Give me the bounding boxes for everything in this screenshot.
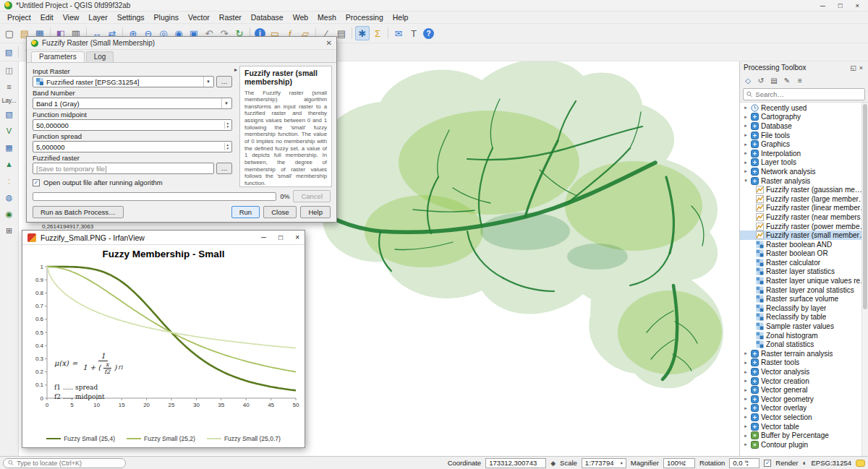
- add-wms-layer-icon[interactable]: ◉: [3, 207, 16, 220]
- menu-help[interactable]: Help: [388, 12, 413, 22]
- render-checkbox[interactable]: ✓: [764, 460, 771, 467]
- toolbox-item-fuzzify-raster-linear-membership[interactable]: Fuzzify raster (linear membership): [740, 204, 868, 213]
- data-source-manager-icon[interactable]: ▧: [3, 108, 16, 121]
- chevron-right-icon[interactable]: ▸: [743, 142, 749, 147]
- statistical-summary-icon[interactable]: Σ: [370, 26, 385, 40]
- locate-box[interactable]: [3, 458, 126, 468]
- chevron-right-icon[interactable]: ▸: [743, 378, 749, 384]
- toolbox-item-raster-boolean-and[interactable]: Raster boolean AND: [740, 240, 868, 249]
- toolbox-item-sample-raster-values[interactable]: Sample raster values: [740, 322, 868, 331]
- history-icon[interactable]: ↺: [755, 75, 767, 87]
- cancel-button[interactable]: Cancel: [293, 190, 331, 202]
- browser-panel-icon[interactable]: ◫: [3, 64, 16, 77]
- chevron-right-icon[interactable]: ▸: [743, 396, 749, 402]
- add-delimited-text-icon[interactable]: :: [3, 174, 16, 187]
- chevron-right-icon[interactable]: ▸: [743, 387, 749, 393]
- chevron-right-icon[interactable]: ▸: [743, 423, 749, 429]
- locate-input[interactable]: [17, 460, 121, 467]
- help-button[interactable]: Help: [300, 206, 331, 218]
- toolbox-item-file-tools[interactable]: ▸File tools: [740, 131, 868, 140]
- toolbox-item-raster-layer-zonal-statistics[interactable]: Raster layer zonal statistics: [740, 285, 868, 295]
- toolbox-item-layer-tools[interactable]: ▸Layer tools: [740, 158, 868, 168]
- data-source-manager-icon[interactable]: ▧: [2, 46, 15, 59]
- scale-combo[interactable]: 1:773794▾: [582, 458, 626, 468]
- function-spread-spinbox[interactable]: 5,000000 ▴▾: [33, 141, 232, 152]
- spinner-buttons[interactable]: ▴▾: [224, 121, 229, 129]
- toolbox-item-raster-boolean-or[interactable]: Raster boolean OR: [740, 249, 868, 259]
- toolbox-item-raster-layer-statistics[interactable]: Raster layer statistics: [740, 267, 868, 277]
- chevron-right-icon[interactable]: ▸: [743, 132, 749, 138]
- toolbox-item-fuzzify-raster-gaussian-membership[interactable]: Fuzzify raster (gaussian membership): [740, 185, 868, 194]
- toolbox-item-cartography[interactable]: ▸Cartography: [740, 113, 868, 122]
- chevron-right-icon[interactable]: ▸: [743, 433, 749, 439]
- float-panel-icon[interactable]: ◱: [848, 64, 858, 72]
- help-panel-splitter[interactable]: ▸: [232, 66, 239, 187]
- chevron-right-icon[interactable]: ▸: [743, 360, 749, 366]
- toolbox-item-vector-selection[interactable]: ▸Vector selection: [740, 413, 868, 422]
- chevron-right-icon[interactable]: ▸: [743, 105, 749, 111]
- close-icon[interactable]: ×: [295, 233, 299, 241]
- toolbox-item-vector-overlay[interactable]: ▸Vector overlay: [740, 404, 868, 413]
- chevron-right-icon[interactable]: ▸: [743, 150, 749, 156]
- menu-web[interactable]: Web: [289, 12, 312, 22]
- minimize-icon[interactable]: ─: [820, 1, 825, 9]
- maximize-icon[interactable]: □: [838, 1, 843, 9]
- chevron-right-icon[interactable]: ▸: [743, 405, 749, 411]
- toolbox-search[interactable]: [743, 88, 865, 100]
- toolbox-item-database[interactable]: ▸Database: [740, 121, 868, 131]
- menu-project[interactable]: Project: [3, 12, 35, 22]
- toolbox-search-input[interactable]: [755, 90, 861, 98]
- chevron-right-icon[interactable]: ▸: [743, 350, 749, 356]
- run-button[interactable]: Run: [231, 206, 260, 218]
- mouse-position-icon[interactable]: ◆: [550, 460, 556, 467]
- crs-status[interactable]: EPSG:31254: [812, 459, 851, 467]
- toolbox-item-fuzzify-raster-large-membership[interactable]: Fuzzify raster (large membership): [740, 194, 868, 204]
- rotation-spin[interactable]: 0,0 °▴▾: [729, 458, 760, 468]
- chevron-right-icon[interactable]: ▸: [743, 442, 749, 447]
- chevron-right-icon[interactable]: ▸: [743, 369, 749, 375]
- chevron-right-icon[interactable]: ▸: [743, 168, 749, 174]
- toolbox-item-fuzzify-raster-small-membership[interactable]: Fuzzify raster (small membership): [740, 231, 868, 240]
- toolbox-item-reclassify-by-layer[interactable]: Reclassify by layer: [740, 304, 868, 313]
- menu-raster[interactable]: Raster: [215, 12, 246, 22]
- tab-log[interactable]: Log: [86, 51, 114, 62]
- text-annotation-icon[interactable]: T: [407, 26, 421, 40]
- toolbox-item-recently-used[interactable]: ▸Recently used: [740, 103, 868, 113]
- close-icon[interactable]: ×: [855, 1, 859, 9]
- browse-input-button[interactable]: …: [216, 76, 232, 87]
- toolbox-item-buffer-by-percentage[interactable]: ▸Buffer by Percentage: [740, 431, 868, 440]
- toolbox-item-vector-creation[interactable]: ▸Vector creation: [740, 377, 868, 386]
- edit-features-in-place-icon[interactable]: ✎: [781, 75, 793, 87]
- menu-processing[interactable]: Processing: [341, 12, 388, 22]
- collapse-help-icon[interactable]: ▸: [234, 66, 237, 187]
- add-xyz-layer-icon[interactable]: ⊞: [3, 224, 16, 237]
- add-postgis-layer-icon[interactable]: ◍: [3, 191, 16, 204]
- browse-output-button[interactable]: …: [216, 163, 232, 174]
- close-icon[interactable]: ✕: [326, 39, 332, 47]
- toolbox-item-raster-tools[interactable]: ▸Raster tools: [740, 358, 868, 368]
- magnifier-spin[interactable]: 100%▴▾: [663, 458, 695, 468]
- chevron-right-icon[interactable]: ▸: [743, 414, 749, 420]
- function-midpoint-spinbox[interactable]: 50,000000 ▴▾: [33, 119, 232, 131]
- fuzzified-raster-output-field[interactable]: [Save to temporary file]: [33, 163, 214, 174]
- chevron-down-icon[interactable]: ▾: [743, 178, 749, 184]
- menu-vector[interactable]: Vector: [184, 12, 214, 22]
- chevron-right-icon[interactable]: ▸: [743, 114, 749, 120]
- toolbox-item-fuzzify-raster-near-membership[interactable]: Fuzzify raster (near membership): [740, 212, 868, 222]
- toolbox-item-vector-table[interactable]: ▸Vector table: [740, 422, 868, 431]
- messages-icon[interactable]: [856, 460, 865, 467]
- open-output-checkbox[interactable]: ✓: [33, 179, 40, 186]
- menu-mesh[interactable]: Mesh: [313, 12, 341, 22]
- chevron-right-icon[interactable]: ▸: [743, 160, 749, 165]
- toolbox-item-network-analysis[interactable]: ▸Network analysis: [740, 167, 868, 176]
- toolbox-item-raster-analysis[interactable]: ▾Raster analysis: [740, 176, 868, 186]
- maximize-icon[interactable]: □: [278, 233, 283, 241]
- toolbox-item-raster-layer-unique-values-report[interactable]: Raster layer unique values report: [740, 276, 868, 285]
- close-panel-icon[interactable]: ×: [858, 64, 864, 72]
- run-as-batch-button[interactable]: Run as Batch Process…: [33, 206, 124, 218]
- results-viewer-icon[interactable]: ▤: [768, 75, 780, 87]
- processing-toolbox-icon[interactable]: ✱: [355, 26, 370, 40]
- toolbox-item-raster-surface-volume[interactable]: Raster surface volume: [740, 294, 868, 304]
- add-raster-layer-icon[interactable]: ▦: [3, 141, 16, 154]
- toolbox-item-graphics[interactable]: ▸Graphics: [740, 139, 868, 149]
